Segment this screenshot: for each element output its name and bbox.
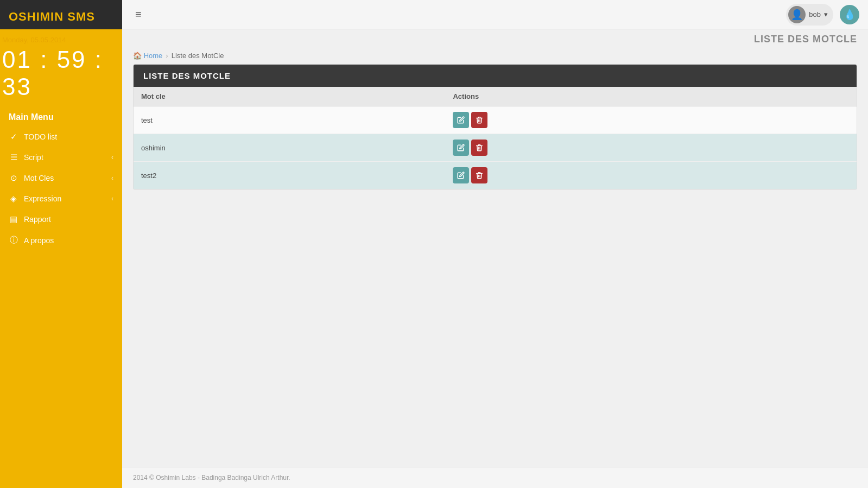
sidebar-item-script[interactable]: ☰ Script ‹ bbox=[0, 147, 122, 168]
app-title: OSHIMIN SMS bbox=[9, 10, 113, 24]
motcle-table: Mot cle Actions testoshimintest2 bbox=[134, 87, 857, 189]
menu-toggle-button[interactable]: ≡ bbox=[131, 6, 146, 23]
chevron-left-icon: ‹ bbox=[111, 195, 113, 202]
breadcrumb-separator: › bbox=[166, 52, 168, 60]
edit-button[interactable] bbox=[453, 167, 469, 183]
delete-button[interactable] bbox=[471, 167, 487, 183]
motcle-cell: test2 bbox=[134, 162, 445, 189]
dropdown-arrow-icon: ▾ bbox=[824, 10, 828, 18]
sidebar-item-todo[interactable]: ✓ TODO list bbox=[0, 126, 122, 147]
topbar: ≡ 👤 bob ▾ 💧 bbox=[122, 0, 868, 29]
chevron-left-icon: ‹ bbox=[111, 154, 113, 161]
home-icon: 🏠 bbox=[133, 52, 142, 60]
delete-button[interactable] bbox=[471, 140, 487, 156]
motcle-card: LISTE DES MOTCLE Mot cle Actions testosh… bbox=[133, 64, 857, 190]
content-area: LISTE DES MOTCLE Mot cle Actions testosh… bbox=[122, 64, 868, 467]
clock-colon2: : bbox=[95, 46, 103, 73]
clock-minutes: 59 bbox=[57, 46, 87, 73]
edit-button[interactable] bbox=[453, 112, 469, 128]
edit-button[interactable] bbox=[453, 140, 469, 156]
sidebar-item-label: A propos bbox=[24, 236, 113, 245]
col-actions: Actions bbox=[445, 87, 857, 106]
actions-cell bbox=[445, 106, 857, 134]
page-title: LISTE DES MOTCLE bbox=[122, 29, 868, 47]
clock-seconds: 33 bbox=[2, 73, 32, 100]
table-row: test2 bbox=[134, 162, 857, 189]
sidebar-item-label: Expression bbox=[24, 194, 111, 203]
user-menu[interactable]: 👤 bob ▾ bbox=[786, 4, 833, 26]
sidebar-item-label: Mot Cles bbox=[24, 174, 111, 182]
footer-text: 2014 © Oshimin Labs - Badinga Badinga Ul… bbox=[133, 474, 290, 481]
footer: 2014 © Oshimin Labs - Badinga Badinga Ul… bbox=[122, 467, 868, 488]
sidebar-clock: 01 : 59 : 33 bbox=[0, 44, 122, 106]
actions-cell bbox=[445, 134, 857, 162]
rapport-icon: ▤ bbox=[9, 214, 18, 224]
script-icon: ☰ bbox=[9, 153, 18, 162]
motcle-cell: oshimin bbox=[134, 134, 445, 162]
motcle-cell: test bbox=[134, 106, 445, 134]
actions-cell bbox=[445, 162, 857, 189]
sidebar-header: OSHIMIN SMS bbox=[0, 0, 122, 29]
table-row: oshimin bbox=[134, 134, 857, 162]
table-header-row: Mot cle Actions bbox=[134, 87, 857, 106]
breadcrumb: 🏠 Home › Liste des MotCle bbox=[122, 47, 868, 64]
col-motcle: Mot cle bbox=[134, 87, 445, 106]
notification-button[interactable]: 💧 bbox=[840, 5, 859, 24]
tag-icon: ⊙ bbox=[9, 173, 18, 183]
sidebar-date: Monday, 05.05.2014 bbox=[0, 36, 122, 44]
breadcrumb-home[interactable]: Home bbox=[144, 52, 163, 60]
sidebar-item-mot-cles[interactable]: ⊙ Mot Cles ‹ bbox=[0, 168, 122, 188]
info-icon: ⓘ bbox=[9, 235, 18, 245]
sidebar-item-rapport[interactable]: ▤ Rapport bbox=[0, 209, 122, 230]
topbar-right: 👤 bob ▾ 💧 bbox=[786, 4, 859, 26]
main-content: ≡ 👤 bob ▾ 💧 LISTE DES MOTCLE 🏠 Home › Li… bbox=[122, 0, 868, 488]
clock-colon1: : bbox=[40, 46, 56, 73]
sidebar-item-label: TODO list bbox=[24, 132, 113, 141]
sidebar-menu-label: Main Menu bbox=[0, 106, 122, 126]
clock-hours: 01 bbox=[2, 46, 32, 73]
sidebar-item-label: Script bbox=[24, 153, 111, 162]
table-row: test bbox=[134, 106, 857, 134]
username: bob bbox=[809, 10, 821, 18]
sidebar-item-label: Rapport bbox=[24, 215, 113, 224]
avatar: 👤 bbox=[788, 6, 806, 23]
sidebar-item-expression[interactable]: ◈ Expression ‹ bbox=[0, 188, 122, 209]
todo-icon: ✓ bbox=[9, 132, 18, 142]
delete-button[interactable] bbox=[471, 112, 487, 128]
chevron-left-icon: ‹ bbox=[111, 174, 113, 182]
sidebar-item-apropos[interactable]: ⓘ A propos bbox=[0, 230, 122, 251]
sidebar: OSHIMIN SMS Monday, 05.05.2014 01 : 59 :… bbox=[0, 0, 122, 488]
expression-icon: ◈ bbox=[9, 194, 18, 204]
card-header: LISTE DES MOTCLE bbox=[134, 65, 857, 87]
breadcrumb-current: Liste des MotCle bbox=[172, 52, 224, 60]
